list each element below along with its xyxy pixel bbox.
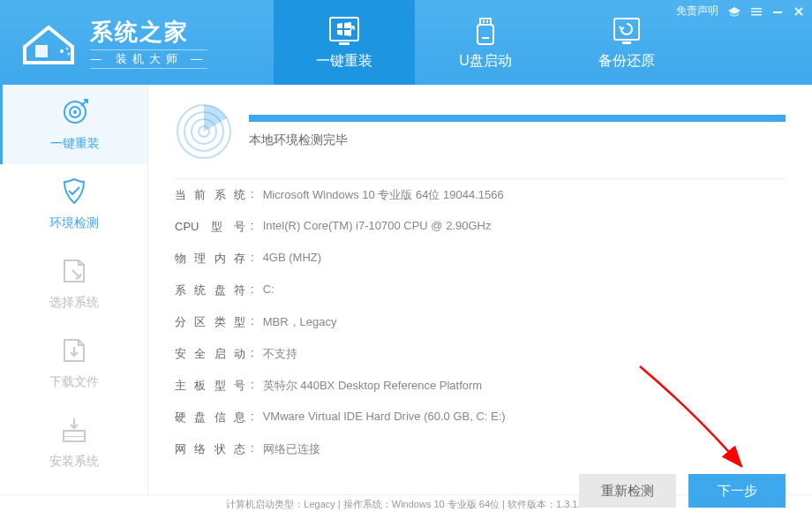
tab-reinstall[interactable]: 一键重装 [274, 0, 415, 85]
sidebar-item-select-system: 选择系统 [0, 244, 147, 323]
sidebar-item-reinstall[interactable]: 一键重装 [0, 85, 147, 164]
graduation-icon[interactable] [727, 5, 741, 18]
logo-text: 系统之家 — 装机大师 — [90, 17, 207, 69]
progress-bar [249, 115, 786, 122]
menu-icon[interactable] [750, 5, 763, 18]
svg-rect-7 [483, 20, 485, 23]
svg-rect-16 [773, 11, 782, 13]
sidebar-item-download: 下载文件 [0, 323, 147, 403]
windows-icon [327, 15, 362, 47]
svg-rect-14 [751, 11, 762, 12]
logo-title: 系统之家 [90, 17, 207, 48]
usb-icon [468, 15, 503, 47]
svg-point-1 [60, 49, 64, 53]
sidebar-label: 安装系统 [49, 454, 99, 470]
svg-point-19 [73, 110, 77, 114]
info-list: 当前系统:Microsoft Windows 10 专业版 64位 19044.… [175, 178, 786, 465]
info-row-network: 网络状态:网络已连接 [175, 433, 786, 465]
info-row-mb: 主板型号:英特尔 440BX Desktop Reference Platfor… [175, 370, 786, 402]
svg-rect-13 [751, 8, 762, 10]
target-icon [60, 97, 90, 127]
info-row-secureboot: 安全启动:不支持 [175, 338, 786, 370]
recheck-button[interactable]: 重新检测 [579, 474, 676, 508]
download-icon [59, 335, 89, 365]
sidebar-label: 一键重装 [50, 136, 100, 152]
svg-rect-9 [477, 25, 493, 44]
info-row-os: 当前系统:Microsoft Windows 10 专业版 64位 19044.… [175, 179, 786, 211]
radar-icon [175, 102, 233, 161]
action-row: 重新检测 下一步 [175, 474, 786, 508]
disclaimer-link[interactable]: 免责声明 [676, 4, 718, 19]
info-row-ram: 物理内存:4GB (MHZ) [175, 243, 786, 275]
info-row-disk: 硬盘信息:VMware Virtual IDE Hard Drive (60.0… [175, 402, 786, 433]
sidebar-label: 选择系统 [49, 295, 99, 311]
install-icon [59, 415, 89, 445]
info-row-cpu: CPU型号:Intel(R) Core(TM) i7-10700 CPU @ 2… [175, 211, 786, 243]
svg-rect-21 [64, 436, 85, 437]
window-controls: 免责声明 [676, 4, 805, 19]
header: 系统之家 — 装机大师 — 一键重装 U盘启动 备份还原 免责声明 [0, 0, 812, 85]
svg-rect-11 [614, 19, 639, 40]
info-row-drive: 系统盘符:C: [175, 275, 786, 306]
tab-label: U盘启动 [459, 52, 512, 71]
minimize-icon[interactable] [771, 5, 784, 18]
main-panel: 本地环境检测完毕 当前系统:Microsoft Windows 10 专业版 6… [148, 85, 812, 494]
shield-check-icon [59, 177, 89, 207]
close-icon[interactable] [793, 5, 805, 18]
next-button[interactable]: 下一步 [688, 474, 786, 508]
sidebar: 一键重装 环境检测 选择系统 下载文件 安装系统 [0, 85, 148, 494]
svg-point-2 [66, 48, 69, 50]
svg-rect-8 [486, 20, 488, 23]
info-row-partition: 分区类型:MBR，Legacy [175, 306, 786, 338]
svg-rect-5 [339, 42, 350, 45]
backup-icon [609, 15, 644, 47]
sidebar-label: 环境检测 [49, 215, 99, 231]
svg-rect-12 [622, 41, 631, 44]
svg-rect-6 [480, 19, 491, 25]
header-tabs: 一键重装 U盘启动 备份还原 [274, 0, 697, 85]
tab-label: 一键重装 [316, 52, 372, 71]
svg-point-3 [68, 53, 71, 56]
logo-icon [18, 20, 79, 64]
sidebar-item-install: 安装系统 [0, 403, 147, 482]
detect-status: 本地环境检测完毕 [249, 132, 786, 148]
tab-usb-boot[interactable]: U盘启动 [415, 0, 556, 85]
body-area: 一键重装 环境检测 选择系统 下载文件 安装系统 [0, 85, 812, 494]
tab-label: 备份还原 [598, 52, 655, 71]
logo-area: 系统之家 — 装机大师 — [0, 17, 265, 69]
svg-rect-10 [482, 37, 489, 39]
detect-row: 本地环境检测完毕 [175, 102, 786, 161]
svg-rect-15 [751, 14, 762, 16]
detect-right: 本地环境检测完毕 [249, 115, 786, 148]
sidebar-label: 下载文件 [49, 374, 99, 390]
select-icon [59, 256, 89, 286]
svg-rect-0 [35, 45, 48, 57]
logo-subtitle: — 装机大师 — [90, 49, 207, 69]
sidebar-item-env-check[interactable]: 环境检测 [0, 164, 147, 244]
